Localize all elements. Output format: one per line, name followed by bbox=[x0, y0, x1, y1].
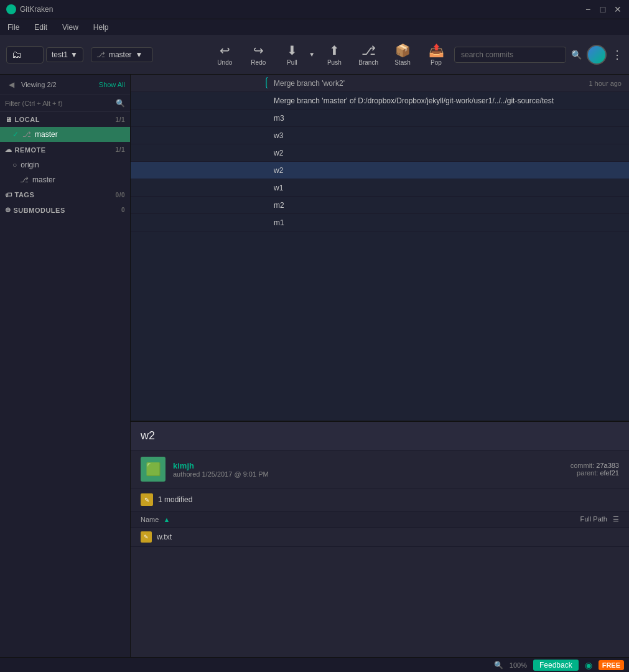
sidebar-section-remote[interactable]: ☁ REMOTE 1/1 bbox=[0, 142, 130, 157]
commit-hash: 27a383 bbox=[596, 462, 619, 469]
menu-view[interactable]: View bbox=[60, 22, 81, 33]
sidebar: ◀ Viewing 2/2 Show All 🔍 🖥 LOCAL 1/1 ✓ ⎇… bbox=[0, 75, 131, 657]
local-count: 1/1 bbox=[116, 116, 125, 123]
branch-selector[interactable]: ⎇ master ▼ bbox=[91, 47, 153, 62]
undo-label: Undo bbox=[217, 59, 232, 66]
repo-chevron-icon: ▼ bbox=[70, 50, 78, 59]
commit-row[interactable]: Merge branch 'work2' 1 hour ago bbox=[131, 75, 629, 92]
git-status-icon: ◉ bbox=[585, 660, 592, 670]
branch-chevron-icon: ▼ bbox=[136, 50, 143, 59]
graph-col bbox=[131, 127, 268, 144]
commit-row[interactable]: Merge branch 'master' of D:/dropbox/Drop… bbox=[131, 92, 629, 110]
files-name-label: Name ▲ bbox=[141, 516, 170, 523]
menu-help[interactable]: Help bbox=[91, 22, 111, 33]
repo-name-selector[interactable]: test1 ▼ bbox=[46, 47, 83, 62]
more-menu-icon[interactable]: ⋮ bbox=[612, 48, 623, 62]
pop-icon: 📤 bbox=[429, 43, 444, 58]
pull-split-button: ⬇ Pull ▼ bbox=[276, 39, 316, 71]
pull-label: Pull bbox=[287, 59, 297, 66]
pop-button[interactable]: 📤 Pop bbox=[421, 39, 452, 71]
branch-name-label: master bbox=[109, 50, 132, 59]
sidebar-section-local[interactable]: 🖥 LOCAL 1/1 bbox=[0, 112, 130, 127]
commit-row[interactable]: m2 bbox=[131, 197, 629, 214]
search-icon[interactable]: 🔍 bbox=[571, 50, 582, 60]
remote-icon: ☁ bbox=[5, 146, 12, 154]
commit-message-8: m1 bbox=[268, 218, 629, 227]
push-button[interactable]: ⬆ Push bbox=[319, 39, 350, 71]
modified-header: ✎ 1 modified bbox=[131, 488, 629, 511]
minimize-button[interactable]: − bbox=[583, 4, 593, 14]
parent-hash-row: parent: efef21 bbox=[571, 469, 619, 477]
full-path-label: Full Path ☰ bbox=[580, 515, 619, 523]
statusbar: 🔍 100% Feedback ◉ FREE bbox=[0, 657, 629, 672]
commit-row[interactable]: w2 bbox=[131, 144, 629, 162]
local-label: LOCAL bbox=[15, 116, 40, 123]
sidebar-header: ◀ Viewing 2/2 Show All bbox=[0, 75, 130, 95]
commit-row[interactable]: w1 bbox=[131, 179, 629, 197]
sidebar-item-remote-master[interactable]: ⎇ master bbox=[0, 172, 130, 187]
filter-input[interactable] bbox=[5, 100, 113, 107]
main: ◀ Viewing 2/2 Show All 🔍 🖥 LOCAL 1/1 ✓ ⎇… bbox=[0, 75, 629, 657]
show-all-button[interactable]: Show All bbox=[99, 81, 125, 88]
list-view-icon[interactable]: ☰ bbox=[613, 515, 619, 523]
gitkraken-icon bbox=[6, 4, 16, 14]
feedback-button[interactable]: Feedback bbox=[533, 660, 579, 671]
tag-icon: 🏷 bbox=[5, 191, 12, 198]
commit-row[interactable]: m1 bbox=[131, 214, 629, 231]
commit-hash-row: commit: 27a383 bbox=[571, 462, 619, 469]
graph-commits-container: ⎇ master ⚙ ⚙ ⚙ bbox=[131, 75, 629, 231]
graph-col bbox=[131, 179, 268, 197]
submodules-count: 0 bbox=[121, 207, 125, 213]
commit-message-6: w1 bbox=[268, 184, 629, 192]
push-label: Push bbox=[327, 59, 342, 66]
menu-edit[interactable]: Edit bbox=[32, 22, 50, 33]
sidebar-item-master-local[interactable]: ✓ ⎇ master bbox=[0, 127, 130, 142]
tags-count: 0/0 bbox=[116, 192, 125, 198]
graph-col bbox=[131, 162, 268, 179]
graph-col bbox=[131, 214, 268, 231]
pull-button[interactable]: ⬇ Pull bbox=[276, 39, 307, 71]
sidebar-section-tags[interactable]: 🏷 TAGS 0/0 bbox=[0, 187, 130, 202]
commit-message-2: m3 bbox=[268, 114, 629, 123]
graph-col bbox=[131, 75, 268, 92]
push-icon: ⬆ bbox=[329, 43, 340, 58]
close-button[interactable]: ✕ bbox=[613, 4, 623, 14]
viewing-text: Viewing 2/2 bbox=[21, 81, 57, 88]
submodules-label: SUBMODULES bbox=[14, 207, 65, 214]
commit-row[interactable]: w3 bbox=[131, 127, 629, 144]
pull-arrow[interactable]: ▼ bbox=[307, 39, 316, 71]
branch-toolbar-label: Branch bbox=[358, 59, 378, 66]
commit-time-0: 1 hour ago bbox=[589, 80, 629, 87]
menu-file[interactable]: File bbox=[5, 22, 22, 33]
graph-col bbox=[131, 144, 268, 162]
origin-icon: ○ bbox=[12, 161, 17, 169]
search-input[interactable] bbox=[454, 47, 566, 63]
app-title: GitKraken bbox=[20, 5, 53, 14]
sidebar-back-button[interactable]: ◀ bbox=[5, 78, 17, 91]
maximize-button[interactable]: □ bbox=[598, 4, 608, 14]
submodules-icon: ⊕ bbox=[5, 206, 11, 214]
commit-list: ⎇ master ⚙ ⚙ ⚙ bbox=[131, 75, 629, 421]
files-header: Name ▲ Full Path ☰ bbox=[131, 511, 629, 528]
file-row[interactable]: ✎ w.txt bbox=[131, 528, 629, 547]
toolbar: 🗂 test1 ▼ ⎇ master ▼ ↩ Undo ↪ Redo ⬇ Pul… bbox=[0, 35, 629, 75]
redo-button[interactable]: ↪ Redo bbox=[243, 39, 274, 71]
stash-button[interactable]: 📦 Stash bbox=[387, 39, 418, 71]
branch-icon: ⎇ bbox=[96, 50, 105, 59]
branch-button[interactable]: ⎇ Branch bbox=[352, 39, 384, 71]
undo-button[interactable]: ↩ Undo bbox=[209, 39, 240, 71]
master-branch-label: master bbox=[35, 130, 58, 139]
commit-row-selected[interactable]: w2 bbox=[131, 162, 629, 179]
sidebar-item-origin[interactable]: ○ origin bbox=[0, 157, 130, 172]
repo-selector[interactable]: 🗂 bbox=[6, 46, 44, 63]
author-name: kimjh bbox=[173, 461, 563, 470]
avatar[interactable] bbox=[587, 45, 607, 65]
sidebar-section-submodules[interactable]: ⊕ SUBMODULES 0 bbox=[0, 202, 130, 218]
zoom-level: 100% bbox=[510, 661, 527, 669]
modified-count: 1 modified bbox=[158, 495, 192, 504]
commit-row[interactable]: m3 bbox=[131, 110, 629, 127]
zoom-icon: 🔍 bbox=[494, 661, 503, 670]
check-icon: ✓ bbox=[12, 130, 19, 139]
file-name: w.txt bbox=[157, 533, 172, 541]
parent-hash: efef21 bbox=[600, 469, 619, 477]
